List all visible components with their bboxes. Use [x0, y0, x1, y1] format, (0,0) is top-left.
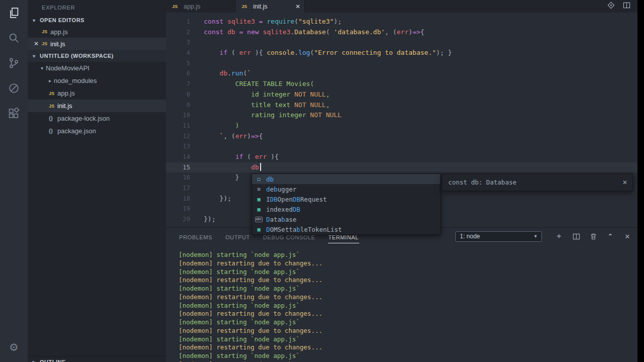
suggest-class-icon: ▣ — [255, 226, 263, 233]
diamond-icon[interactable] — [607, 2, 615, 11]
json-file-icon: {} — [49, 128, 57, 134]
app-frame: ⚙ EXPLORER ▾ OPEN EDITORS JSapp.js✕JSini… — [0, 0, 637, 362]
code-line[interactable]: 1const sqlite3 = require("sqlite3"); — [166, 17, 637, 27]
code-line[interactable]: 3 — [166, 37, 637, 48]
sidebar-title: EXPLORER — [28, 0, 166, 15]
explorer-sidebar: EXPLORER ▾ OPEN EDITORS JSapp.js✕JSinit.… — [28, 0, 166, 362]
code-line[interactable]: 10 rating integer NOT NULL — [166, 110, 637, 121]
code-text: db.run(` — [204, 68, 251, 79]
line-number: 16 — [166, 172, 190, 183]
close-icon[interactable]: ✕ — [34, 40, 42, 47]
line-number: 14 — [166, 152, 190, 162]
terminal-line: [nodemon] restarting due to changes... — [179, 327, 637, 335]
bottom-panel: PROBLEMSOUTPUTDEBUG CONSOLETERMINAL 1: n… — [166, 227, 637, 362]
split-editor-icon[interactable] — [623, 2, 630, 11]
tree-item-node_modules[interactable]: ▸node_modules — [28, 74, 166, 87]
tree-item-app.js[interactable]: JSapp.js — [28, 87, 166, 100]
tab-label: init.js — [253, 3, 267, 10]
extensions-icon[interactable] — [0, 101, 28, 126]
terminal-line: [nodemon] restarting due to changes... — [179, 293, 637, 302]
code-text: db — [204, 162, 261, 173]
code-line[interactable]: 5 — [166, 58, 637, 69]
code-text: id integer NOT NULL, — [204, 89, 330, 100]
panel-tab-problems[interactable]: PROBLEMS — [179, 229, 213, 243]
code-line[interactable]: 9 title text NOT NULL, — [166, 100, 637, 111]
tree-item-package-lock.json[interactable]: {}package-lock.json — [28, 112, 166, 125]
line-number: 15 — [166, 162, 190, 173]
terminal-picker-value: 1: node — [460, 233, 480, 240]
code-line[interactable]: 15 db — [166, 162, 637, 173]
code-line[interactable]: 14 if ( err ){ — [166, 152, 637, 162]
code-line[interactable]: 4 if ( err ){ console.log("Error connect… — [166, 48, 637, 58]
suggest-item-debugger[interactable]: ≡debugger — [252, 184, 440, 194]
code-text: ) — [204, 121, 239, 131]
close-icon[interactable]: ✕ — [295, 3, 300, 10]
code-line[interactable]: 2const db = new sqlite3.Database( 'datab… — [166, 27, 637, 38]
js-file-icon: JS — [42, 41, 50, 46]
terminal-line: [nodemon] starting `node app.js` — [179, 285, 637, 293]
chevron-right-icon: ▸ — [49, 78, 54, 83]
code-line[interactable]: 6 db.run(` — [166, 68, 637, 79]
terminal-line: [nodemon] starting `node app.js` — [179, 352, 637, 360]
suggest-item-db[interactable]: ◻db — [252, 174, 440, 184]
terminal-line: [nodemon] starting `node app.js` — [179, 318, 637, 327]
line-number: 5 — [166, 58, 190, 69]
code-line[interactable]: 13 — [166, 141, 637, 152]
tab-init-js[interactable]: JSinit.js✕ — [235, 0, 305, 13]
code-text: const sqlite3 = require("sqlite3"); — [204, 17, 342, 27]
editor-tab-bar: JSapp.jsJSinit.js✕ — [166, 0, 637, 13]
line-number: 6 — [166, 68, 190, 79]
outline-header[interactable]: ▸ OUTLINE — [28, 356, 166, 362]
text-cursor — [260, 163, 261, 171]
line-number: 3 — [166, 37, 190, 48]
js-file-icon: JS — [49, 91, 57, 96]
source-control-icon[interactable] — [0, 50, 28, 75]
terminal-line: [nodemon] starting `node app.js` — [179, 251, 637, 259]
open-editor-app.js[interactable]: JSapp.js — [28, 26, 166, 38]
code-text: title text NOT NULL, — [204, 100, 330, 111]
suggest-item-label: indexedDB — [266, 206, 300, 213]
editor-group: JSapp.jsJSinit.js✕ 1const sqlite3 = requ… — [166, 0, 637, 362]
suggest-item-IDBOpenDBRequest[interactable]: ▣IDBOpenDBRequest — [252, 194, 440, 204]
close-panel-x-icon[interactable]: ✕ — [623, 232, 631, 240]
debug-icon[interactable] — [0, 75, 28, 101]
line-number: 13 — [166, 141, 190, 152]
chevron-right-icon: ▸ — [33, 359, 38, 362]
settings-gear-icon[interactable]: ⚙ — [0, 335, 28, 360]
workspace-label: UNTITLED (WORKSPACE) — [40, 53, 114, 59]
tree-item-package.json[interactable]: {}package.json — [28, 125, 166, 137]
code-line[interactable]: 7 CREATE TABLE Movies( — [166, 79, 637, 89]
code-line[interactable]: 8 id integer NOT NULL, — [166, 89, 637, 100]
tab-label: app.js — [184, 3, 200, 10]
explorer-files-icon[interactable] — [0, 0, 28, 25]
tree-item-NodeMovieAPI[interactable]: ▾NodeMovieAPI — [28, 62, 166, 74]
new-terminal-plus-icon[interactable]: + — [555, 232, 563, 240]
tab-app-js[interactable]: JSapp.js — [166, 0, 235, 13]
workspace-header[interactable]: ▾ UNTITLED (WORKSPACE) — [28, 50, 166, 62]
js-file-icon: JS — [172, 4, 181, 9]
suggest-item-Database[interactable]: abcDatabase — [252, 214, 440, 224]
letterbox-bar — [637, 0, 644, 362]
tree-item-label: package-lock.json — [57, 115, 110, 122]
split-terminal-icon[interactable] — [572, 232, 580, 240]
tree-item-init.js[interactable]: JSinit.js — [28, 100, 166, 112]
suggest-item-indexedDB[interactable]: ▣indexedDB — [252, 204, 440, 214]
code-line[interactable]: 11 ) — [166, 121, 637, 131]
open-editor-init.js[interactable]: ✕JSinit.js — [28, 38, 166, 50]
code-line[interactable]: 12 `, (err)=>{ — [166, 131, 637, 142]
terminal-output[interactable]: [nodemon] starting `node app.js`[nodemon… — [166, 245, 637, 362]
suggest-item-DOMSettableTokenList[interactable]: ▣DOMSettableTokenList — [252, 224, 440, 234]
open-editors-header[interactable]: ▾ OPEN EDITORS — [28, 15, 166, 26]
suggest-class-icon: ▣ — [255, 196, 263, 203]
kill-terminal-trash-icon[interactable] — [589, 232, 597, 240]
json-file-icon: {} — [49, 116, 57, 121]
panel-tab-output[interactable]: OUTPUT — [225, 229, 251, 243]
file-tree: ▾NodeMovieAPI▸node_modulesJSapp.jsJSinit… — [28, 62, 166, 137]
terminal-picker[interactable]: 1: node ▼ — [455, 231, 542, 242]
suggest-text-icon: abc — [255, 217, 263, 222]
search-icon[interactable] — [0, 25, 28, 50]
close-icon[interactable]: ✕ — [622, 179, 627, 186]
maximize-chevron-up-icon[interactable]: ⌃ — [606, 232, 614, 240]
suggest-item-label: debugger — [266, 186, 296, 193]
tabs-container: JSapp.jsJSinit.js✕ — [166, 0, 305, 13]
